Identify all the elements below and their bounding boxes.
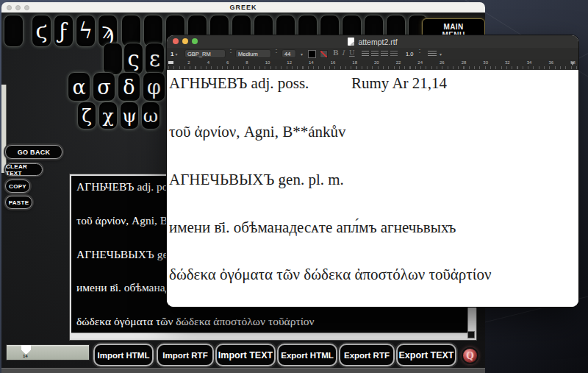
font-weight-select[interactable]: Medium	[235, 49, 271, 58]
align-left-icon[interactable]	[362, 51, 369, 57]
close-button[interactable]	[173, 38, 179, 44]
document-line: δώδεκα ὀγόματα τῶν δώδεκα ἀποστόλων τοῦἀ…	[169, 266, 491, 284]
ruler-number: 28	[462, 60, 467, 65]
ruler-number: 18	[352, 60, 357, 65]
desktop: GREEK ϛ ϝ ϟ ϡ ς ε ρ	[0, 0, 588, 373]
minimize-button[interactable]	[15, 5, 21, 10]
line-spacing-value: 1.0	[406, 51, 413, 57]
window-bottom-strip	[1, 368, 485, 373]
font-size-value: 44	[284, 51, 290, 57]
chevron-down-icon: ▾	[440, 51, 442, 57]
zoom-button[interactable]	[24, 5, 29, 10]
ruler-number: 16	[331, 60, 336, 65]
export-rtf-button[interactable]: Export RTF	[339, 344, 395, 366]
ruler-number: 34	[527, 60, 532, 65]
paragraph-style-value: 1	[171, 51, 173, 57]
font-size-field[interactable]: 44	[282, 49, 296, 58]
stepper-icon[interactable]: ˆ ˇ	[276, 49, 277, 58]
ruler-number: 2	[187, 60, 190, 65]
highlight-color-well[interactable]	[320, 50, 328, 58]
key-alpha[interactable]: α	[68, 72, 90, 102]
ruler-number: 20	[374, 60, 379, 65]
ruler-number: 10	[265, 60, 270, 65]
export-html-button[interactable]: Export HTML	[277, 344, 337, 366]
ruler-number: 24	[417, 60, 423, 65]
ruler-numbers: 02468101214161820222426283032343638	[168, 60, 576, 65]
font-size-slider[interactable]: 14	[6, 344, 90, 360]
ruler-number: 8	[245, 60, 248, 65]
list-style-dropdown[interactable]: ▾	[438, 49, 442, 58]
q-button[interactable]: Q	[462, 347, 478, 364]
editor-window-controls	[173, 38, 198, 44]
list-style-icon[interactable]	[428, 51, 437, 57]
ruler-number: 30	[483, 60, 488, 65]
export-text-button[interactable]: Export TEXT	[396, 344, 456, 366]
go-back-button[interactable]: GO BACK	[5, 145, 62, 159]
key-psi[interactable]: ψ	[120, 102, 139, 129]
key-stigma[interactable]: ϛ	[32, 15, 51, 47]
keyboard-key-blank[interactable]	[4, 15, 24, 47]
font-family-select[interactable]: GBP_RM	[184, 49, 226, 58]
document-line: АГНЕЧЬВЫХЪ gen. pl. m.	[169, 171, 344, 189]
underline-button[interactable]: U	[349, 49, 355, 57]
paragraph-style-select[interactable]: 1 ▾	[171, 49, 177, 58]
rtf-editor-window: attempt2.rtf 1 ▾ GBP_RM ˆ ˇ Medium ˆ ˇ 4	[167, 35, 578, 307]
key-omega[interactable]: ω	[141, 102, 160, 129]
clear-text-button[interactable]: CLEAR TEXT	[5, 163, 43, 176]
stepper-down-icon: ˇ	[419, 52, 420, 55]
minimize-button[interactable]	[182, 38, 188, 44]
key-chi[interactable]: χ	[98, 102, 118, 129]
text-area-line: δώδεκα ὀγόματα τῶν δώδεκα ἀποστόλων τοῦἀ…	[76, 315, 315, 328]
font-size-dropdown[interactable]: ▾	[299, 49, 303, 58]
ruler-number: 4	[207, 60, 209, 65]
key-koppa[interactable]: ϟ	[76, 15, 96, 47]
align-center-icon[interactable]	[371, 51, 379, 57]
ruler[interactable]: 02468101214161820222426283032343638	[167, 60, 578, 71]
key-delta[interactable]: δ	[118, 72, 140, 102]
line-spacing-control[interactable]: 1.0	[406, 49, 413, 58]
reference-text: Rumy Ar 21,14	[351, 74, 447, 93]
key-final-sigma[interactable]: ς	[123, 43, 143, 75]
document-text-area[interactable]: АГНЬЧЕВЪ adj. poss. Rumy Ar 21,14 τοῦ ἀρ…	[167, 70, 578, 307]
ruler-number: 12	[287, 60, 292, 65]
chevron-down-icon: ▾	[175, 51, 177, 57]
ruler-number: 22	[396, 60, 401, 65]
ruler-number: 6	[226, 60, 229, 65]
horizontal-scrollbar[interactable]	[71, 333, 468, 338]
indent-marker[interactable]	[168, 61, 173, 64]
import-rtf-button[interactable]: Import RTF	[157, 344, 214, 366]
document-icon	[348, 38, 354, 46]
import-html-button[interactable]: Import HTML	[93, 344, 154, 366]
editor-titlebar[interactable]: attempt2.rtf	[167, 35, 578, 48]
bold-button[interactable]: B	[333, 49, 339, 57]
import-text-button[interactable]: Import TEXT	[215, 344, 276, 366]
align-right-icon[interactable]	[381, 51, 388, 57]
align-justify-icon[interactable]	[390, 51, 398, 57]
key-zeta[interactable]: ζ	[77, 102, 96, 129]
zoom-button[interactable]	[192, 38, 198, 44]
document-line: τοῦ ἀρνίον, Agni, B**ánkův	[169, 123, 346, 141]
right-margin-marker[interactable]	[570, 62, 575, 65]
stepper-icon[interactable]: ˆ ˇ	[230, 49, 232, 58]
key-digamma[interactable]: ϝ	[54, 15, 74, 47]
close-button[interactable]	[7, 5, 12, 10]
editor-window-title: attempt2.rtf	[358, 38, 397, 46]
editor-toolbar: 1 ▾ GBP_RM ˆ ˇ Medium ˆ ˇ 44 ▾	[167, 48, 578, 60]
document-line: АГНЬЧЕВЪ adj. poss. Rumy Ar 21,14	[169, 74, 309, 93]
scrollbar-corner-thumb[interactable]	[467, 331, 475, 338]
stepper-icon[interactable]: ˆ ˇ	[419, 49, 420, 58]
key-epsilon[interactable]: ε	[145, 43, 165, 75]
stepper-down-icon: ˇ	[276, 52, 277, 55]
keyboard-key-blank[interactable]	[103, 43, 123, 75]
text-color-well[interactable]	[308, 50, 316, 58]
greek-window-title: GREEK	[229, 4, 257, 11]
ruler-number: 14	[309, 60, 314, 65]
left-edge-strip	[1, 85, 7, 173]
paste-button[interactable]: PASTE	[5, 196, 32, 209]
key-phi[interactable]: φ	[143, 72, 165, 102]
italic-button[interactable]: I	[342, 49, 345, 57]
copy-button[interactable]: COPY	[5, 180, 30, 193]
greek-window-titlebar[interactable]: GREEK	[1, 2, 485, 13]
key-sigma[interactable]: σ	[93, 72, 115, 102]
ruler-number: 26	[440, 60, 445, 65]
